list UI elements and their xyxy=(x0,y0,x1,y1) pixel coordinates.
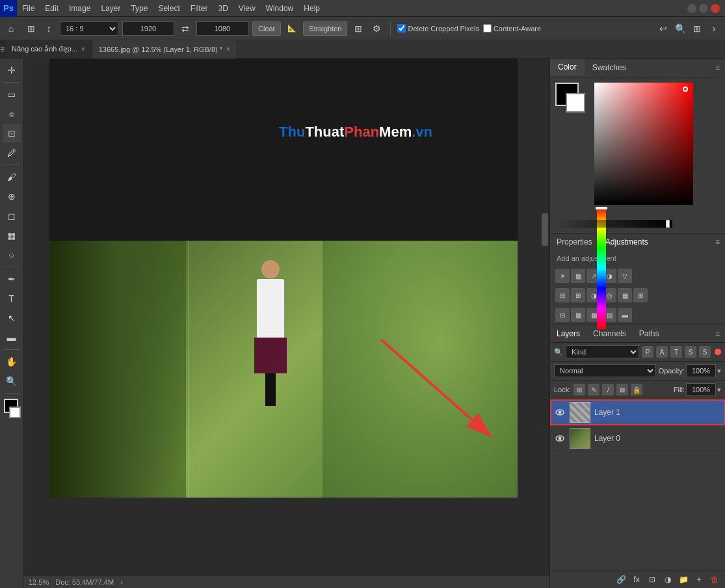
tab2-close[interactable]: × xyxy=(226,46,230,53)
adjust-filter-icon[interactable]: A xyxy=(656,346,668,358)
delete-layer-icon[interactable]: 🗑 xyxy=(708,573,721,586)
smart-filter-icon[interactable]: S xyxy=(699,346,711,358)
type-tool[interactable]: T xyxy=(3,289,21,308)
new-group-icon[interactable]: 📁 xyxy=(677,573,690,586)
clone-tool[interactable]: ⊕ xyxy=(3,187,21,206)
clear-button[interactable]: Clear xyxy=(252,21,281,36)
tab-handle[interactable]: ≡ xyxy=(0,40,5,59)
window-minimize[interactable] xyxy=(687,4,696,13)
crop-overlay-icon[interactable]: ⊞ xyxy=(22,21,40,36)
layers-panel-options[interactable]: ≡ xyxy=(710,329,725,338)
brush-tool[interactable]: 🖌 xyxy=(3,168,21,186)
settings-icon[interactable]: ⚙ xyxy=(369,21,384,36)
swap-dimensions-icon[interactable]: ⇄ xyxy=(178,21,192,36)
straighten-button[interactable]: Straighten xyxy=(303,21,347,36)
lasso-tool[interactable]: ⌾ xyxy=(3,105,21,123)
path-select-tool[interactable]: ↖ xyxy=(3,309,21,327)
menu-edit[interactable]: Edit xyxy=(40,0,64,17)
hand-tool[interactable]: ✋ xyxy=(3,353,21,371)
menu-filter[interactable]: Filter xyxy=(185,0,213,17)
adj-posterize-icon[interactable]: ▦ xyxy=(571,308,585,322)
search-icon[interactable]: 🔍 xyxy=(673,21,687,36)
zoom-tool[interactable]: 🔍 xyxy=(3,372,21,390)
properties-tab[interactable]: Properties xyxy=(550,234,599,250)
content-aware-label[interactable]: Content-Aware xyxy=(483,24,541,33)
gradient-tool[interactable]: ▦ xyxy=(3,226,21,245)
layer0-visibility-toggle[interactable] xyxy=(554,433,566,444)
adj-panel-options[interactable]: ≡ xyxy=(710,237,725,247)
window-close[interactable] xyxy=(711,4,720,13)
more-icon[interactable]: › xyxy=(707,21,721,36)
layer1-visibility-toggle[interactable] xyxy=(554,407,566,418)
color-opacity-bar[interactable] xyxy=(555,220,672,228)
menu-3d[interactable]: 3D xyxy=(213,0,233,17)
menu-window[interactable]: Window xyxy=(261,0,299,17)
menu-file[interactable]: File xyxy=(17,0,40,17)
menu-view[interactable]: View xyxy=(233,0,261,17)
scroll-right[interactable]: › xyxy=(120,578,123,586)
undo-icon[interactable]: ↩ xyxy=(656,21,670,36)
height-input[interactable]: 1080 xyxy=(196,21,248,36)
adjustments-tab[interactable]: Adjustments xyxy=(599,234,655,250)
window-maximize[interactable] xyxy=(699,4,708,13)
shape-filter-icon[interactable]: S xyxy=(685,346,696,358)
crop-tool[interactable]: ⊡ xyxy=(3,124,21,142)
color-tab[interactable]: Color xyxy=(550,59,585,77)
fill-input[interactable]: 100% xyxy=(686,383,716,396)
dodge-tool[interactable]: ○ xyxy=(3,246,21,264)
fill-dropdown[interactable]: ▾ xyxy=(717,386,721,394)
adj-colorlookup-icon[interactable]: ⊞ xyxy=(633,288,648,302)
add-mask-icon[interactable]: ⊡ xyxy=(646,573,659,586)
lock-pixels-icon[interactable]: ⊞ xyxy=(573,384,585,395)
color-gradient-field[interactable] xyxy=(594,83,693,205)
canvas-image[interactable] xyxy=(49,241,518,498)
marquee-tool[interactable]: ▭ xyxy=(3,85,21,103)
type-filter-icon[interactable]: T xyxy=(670,346,682,358)
channels-tab[interactable]: Channels xyxy=(587,325,633,342)
menu-image[interactable]: Image xyxy=(64,0,96,17)
move-tool[interactable]: ✛ xyxy=(3,61,21,79)
color-panel-options[interactable]: ≡ xyxy=(710,63,725,72)
adj-brightness-icon[interactable]: ☀ xyxy=(555,269,570,283)
background-color-large[interactable] xyxy=(566,93,585,113)
vertical-scrollbar[interactable] xyxy=(542,213,548,246)
pixel-filter-icon[interactable]: P xyxy=(642,346,653,358)
lock-artboard-icon[interactable]: / xyxy=(602,384,614,395)
shape-tool[interactable]: ▬ xyxy=(3,328,21,347)
aspect-ratio-select[interactable]: 16 : 9 xyxy=(60,21,118,36)
width-input[interactable]: 1920 xyxy=(122,21,174,36)
menu-select[interactable]: Select xyxy=(153,0,185,17)
opacity-dropdown[interactable]: ▾ xyxy=(717,367,721,375)
adj-selectivecolor-icon[interactable]: ▬ xyxy=(618,308,632,322)
new-layer-icon[interactable]: + xyxy=(692,573,705,586)
adj-colorbalance-icon[interactable]: ⊞ xyxy=(571,288,585,302)
menu-help[interactable]: Help xyxy=(298,0,325,17)
tab1-close[interactable]: × xyxy=(81,46,85,53)
eraser-tool[interactable]: ◻ xyxy=(3,207,21,225)
lock-all-icon[interactable]: 🔒 xyxy=(631,384,642,395)
delete-cropped-label[interactable]: Delete Cropped Pixels xyxy=(397,24,479,33)
eyedropper-tool[interactable]: 🖉 xyxy=(3,144,21,162)
adj-vibrance-icon[interactable]: ▽ xyxy=(618,269,632,283)
paths-tab[interactable]: Paths xyxy=(633,325,666,342)
kind-filter-select[interactable]: Kind xyxy=(566,345,639,358)
opacity-input[interactable]: 100% xyxy=(686,364,716,377)
new-adjustment-icon[interactable]: ◑ xyxy=(661,573,674,586)
content-aware-checkbox[interactable] xyxy=(483,24,492,33)
add-style-icon[interactable]: fx xyxy=(630,573,643,586)
lock-position-icon[interactable]: ✎ xyxy=(588,384,600,395)
straighten-icon[interactable]: 📐 xyxy=(285,21,299,36)
layers-tab[interactable]: Layers xyxy=(550,325,587,342)
pen-tool[interactable]: ✒ xyxy=(3,270,21,288)
link-layers-icon[interactable]: 🔗 xyxy=(614,573,627,586)
adj-invert-icon[interactable]: ⊟ xyxy=(555,308,570,322)
lock-move-icon[interactable]: ⊠ xyxy=(616,384,628,395)
workspace-icon[interactable]: ⊞ xyxy=(690,21,704,36)
crop-orientation-icon[interactable]: ↕ xyxy=(42,21,56,36)
blend-mode-select[interactable]: Normal xyxy=(554,364,656,377)
grid-icon[interactable]: ⊞ xyxy=(351,21,365,36)
home-icon[interactable]: ⌂ xyxy=(4,21,18,36)
background-color-swatch[interactable] xyxy=(9,407,21,418)
tab-document1[interactable]: Nâng cao ảnh đẹp... × xyxy=(5,40,92,59)
layer-item-layer0[interactable]: Layer 0 xyxy=(550,425,725,451)
